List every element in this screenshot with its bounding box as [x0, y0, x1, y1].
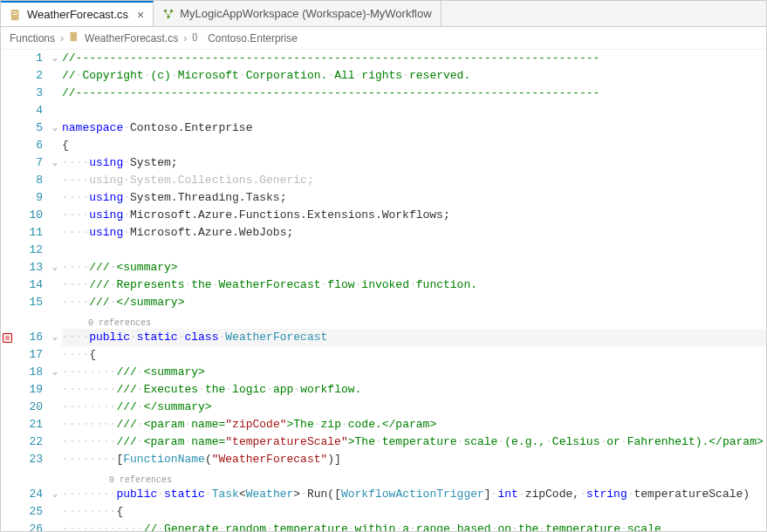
- code-line[interactable]: ········public·static·Task<Weather>·Run(…: [62, 486, 766, 503]
- line-number-gutter: 1234567891011121314151617181920212223242…: [13, 50, 48, 531]
- breadcrumb-item[interactable]: Functions: [10, 32, 55, 44]
- code-line[interactable]: //--------------------------------------…: [62, 85, 766, 102]
- chevron-right-icon: ›: [60, 32, 64, 44]
- code-line[interactable]: ········///·<param·name="zipCode">The·zi…: [62, 416, 766, 433]
- tab-workflow[interactable]: MyLogicAppWorkspace (Workspace)-MyWorkfl…: [154, 1, 441, 26]
- fold-toggle[interactable]: ⌄: [48, 259, 62, 276]
- indent-guide: ····: [62, 278, 89, 291]
- indent-guide: ····: [62, 208, 89, 222]
- code-line[interactable]: //--------------------------------------…: [62, 50, 766, 67]
- code-line[interactable]: ····///·Represents·the·WeatherForecast·f…: [62, 276, 766, 294]
- indent-guide: ····: [62, 435, 89, 448]
- code-line[interactable]: //·Copyright·(c)·Microsoft·Corporation.·…: [62, 67, 766, 85]
- indent-guide: ····: [62, 261, 89, 274]
- indent-guide: ····: [89, 488, 116, 501]
- breakpoint-marker[interactable]: [3, 333, 12, 343]
- code-line[interactable]: namespace·Contoso.Enterprise: [62, 119, 766, 137]
- indent-guide: ····: [62, 331, 89, 344]
- indent-guide: ····: [62, 383, 89, 396]
- code-line[interactable]: ········///·</summary>: [62, 399, 766, 416]
- indent-guide: ····: [62, 453, 89, 466]
- line-number: 25: [13, 503, 43, 521]
- code-line[interactable]: {: [62, 137, 766, 154]
- indent-guide: ····: [62, 348, 89, 361]
- code-line[interactable]: ····using·System.Collections.Generic;: [62, 172, 766, 189]
- fold-gutter[interactable]: ⌄⌄⌄⌄⌄⌄⌄: [48, 50, 62, 531]
- fold-toggle[interactable]: ⌄: [48, 364, 62, 381]
- line-number: 6: [13, 137, 43, 154]
- indent-guide: ····: [62, 505, 89, 518]
- code-line[interactable]: ····using·System.Threading.Tasks;: [62, 189, 766, 207]
- line-number: 19: [13, 381, 43, 399]
- code-area[interactable]: //--------------------------------------…: [62, 50, 766, 531]
- code-line[interactable]: ····using·Microsoft.Azure.WebJobs;: [62, 224, 766, 242]
- line-number: 12: [13, 242, 43, 259]
- code-editor[interactable]: 1234567891011121314151617181920212223242…: [1, 50, 766, 531]
- indent-guide: ····: [89, 505, 116, 518]
- code-line[interactable]: ········///·<param·name="temperatureScal…: [62, 433, 766, 451]
- code-line[interactable]: [62, 102, 766, 119]
- tab-weatherforecast[interactable]: WeatherForecast.cs ×: [1, 1, 154, 26]
- code-line[interactable]: ········///·Executes·the·logic·app·workf…: [62, 381, 766, 399]
- line-number: 22: [13, 433, 43, 451]
- code-line[interactable]: ····using·Microsoft.Azure.Functions.Exte…: [62, 207, 766, 224]
- fold-toggle[interactable]: ⌄: [48, 119, 62, 137]
- code-line[interactable]: ········[FunctionName("WeatherForecast")…: [62, 451, 766, 468]
- svg-rect-2: [13, 14, 17, 15]
- code-line[interactable]: ········///·<summary>: [62, 364, 766, 381]
- indent-guide: ····: [62, 488, 89, 501]
- chevron-right-icon: ›: [183, 32, 187, 44]
- line-number: 18: [13, 364, 43, 381]
- indent-guide: ····: [62, 400, 89, 413]
- indent-guide: ····: [62, 522, 89, 531]
- indent-guide: ····: [62, 191, 89, 204]
- code-line[interactable]: 0 references: [62, 311, 766, 329]
- code-line[interactable]: ····///·<summary>: [62, 259, 766, 276]
- breadcrumb-item[interactable]: Contoso.Enterprise: [208, 32, 298, 44]
- code-line[interactable]: [62, 242, 766, 259]
- line-number: 15: [13, 294, 43, 311]
- line-number: [13, 311, 43, 329]
- codelens-references[interactable]: 0 references: [109, 475, 172, 485]
- indent-guide: ····: [62, 365, 89, 379]
- svg-text:{}: {}: [192, 31, 198, 41]
- svg-point-5: [168, 15, 171, 18]
- codelens-references[interactable]: 0 references: [88, 318, 151, 328]
- indent-guide: ····: [62, 174, 89, 187]
- indent-guide: ····: [62, 226, 89, 239]
- indent-guide: ····: [62, 296, 89, 309]
- fold-toggle[interactable]: ⌄: [48, 50, 62, 67]
- fold-toggle[interactable]: ⌄: [48, 486, 62, 503]
- breadcrumb: Functions › WeatherForecast.cs › {} Cont…: [1, 27, 766, 50]
- line-number: 7: [13, 154, 43, 172]
- line-number: 16: [13, 329, 43, 346]
- line-number: 11: [13, 224, 43, 242]
- breakpoint-gutter[interactable]: [1, 50, 13, 531]
- code-line[interactable]: ····public·static·class·WeatherForecast: [62, 329, 766, 346]
- line-number: 2: [13, 67, 43, 85]
- line-number: 17: [13, 346, 43, 364]
- code-line[interactable]: ············//·Generate·random·temperatu…: [62, 521, 766, 531]
- indent-guide: ····: [89, 365, 116, 379]
- csharp-file-icon: [10, 9, 22, 21]
- code-line[interactable]: ····using·System;: [62, 154, 766, 172]
- fold-toggle[interactable]: ⌄: [48, 329, 62, 346]
- code-line[interactable]: 0 references: [62, 468, 766, 486]
- svg-point-3: [164, 9, 168, 12]
- indent-guide: ····: [89, 400, 116, 413]
- breadcrumb-item[interactable]: WeatherForecast.cs: [85, 32, 178, 44]
- code-line[interactable]: ········{: [62, 503, 766, 521]
- csharp-file-icon: [69, 31, 79, 44]
- code-line[interactable]: ····///·</summary>: [62, 294, 766, 311]
- indent-guide: ····: [116, 522, 143, 531]
- line-number: 20: [13, 399, 43, 416]
- svg-rect-6: [71, 32, 78, 42]
- svg-rect-1: [13, 11, 17, 12]
- line-number: 4: [13, 102, 43, 119]
- code-line[interactable]: ····{: [62, 346, 766, 364]
- indent-guide: ····: [89, 418, 116, 431]
- indent-guide: ····: [89, 435, 116, 448]
- fold-toggle[interactable]: ⌄: [48, 154, 62, 172]
- line-number: 1: [13, 50, 43, 67]
- close-icon[interactable]: ×: [137, 8, 144, 22]
